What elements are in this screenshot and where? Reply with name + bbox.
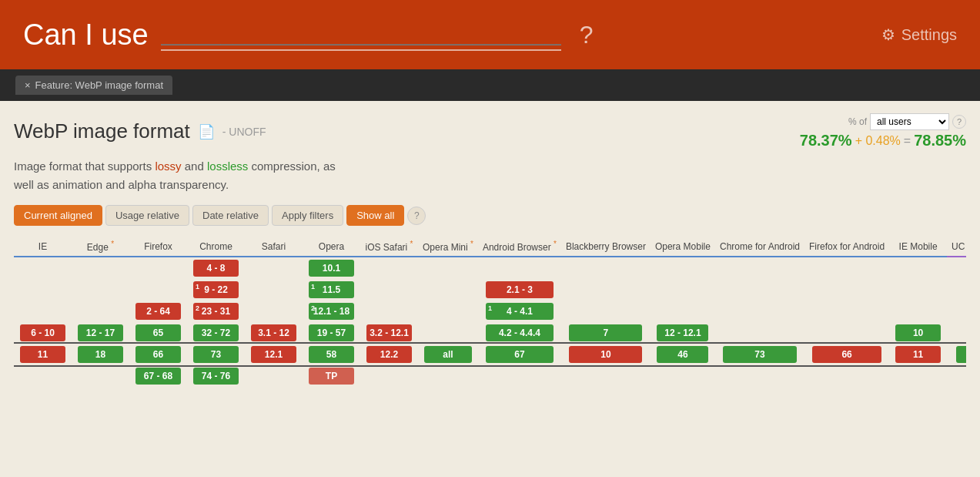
table-cell: 3.2 - 12.1 (360, 322, 418, 344)
table-cell: 11.8 (947, 344, 966, 365)
table-row: 1118667312.15812.2all67104673661111.89.2 (14, 344, 966, 365)
table-cell (651, 365, 715, 387)
header: Can I use ? ⚙ Settings (0, 0, 980, 69)
filter-apply[interactable]: Apply filters (272, 205, 343, 226)
table-cell: 12.2 (360, 344, 418, 365)
table-cell: 3.1 - 12 (245, 322, 303, 344)
table-cell (651, 279, 715, 301)
table-cell: 14 - 4.1 (478, 301, 561, 322)
table-cell (245, 365, 303, 387)
title-row: WebP image format 📄 - UNOFF % of all use… (14, 113, 966, 149)
table-row: 67 - 6874 - 76 TP (14, 365, 966, 387)
percent-of-row: % of all users tracked users my users ? (848, 113, 966, 130)
table-cell (72, 301, 129, 322)
filter-usage-relative[interactable]: Usage relative (105, 205, 189, 226)
table-cell: 12 - 12.1 (651, 322, 715, 344)
table-cell (804, 279, 889, 301)
table-cell: 65 (129, 322, 187, 344)
app-logo: Can I use (23, 18, 149, 52)
desc-lossless: lossless (207, 160, 248, 173)
table-cell: 11 (889, 344, 947, 365)
filter-help-icon[interactable]: ? (407, 207, 426, 225)
usage-green-value: 78.37% (800, 132, 852, 149)
table-cell: 223 - 31 (187, 301, 245, 322)
percent-of-label: % of (848, 116, 867, 127)
compat-tbody: 4 - 8 10.1 19 - 22 111.5 2.1 - 3 2 - 642… (14, 257, 966, 387)
table-cell: 2.1 - 3 (478, 279, 561, 301)
th-opera: Opera (303, 237, 360, 257)
table-cell (245, 279, 303, 301)
table-cell (360, 301, 418, 322)
table-cell: 12 - 17 (72, 322, 129, 344)
table-cell: 4.2 - 4.4.4 (478, 322, 561, 344)
table-row: 6 - 1012 - 176532 - 723.1 - 1219 - 573.2… (14, 322, 966, 344)
table-cell (804, 322, 889, 344)
main-content: WebP image format 📄 - UNOFF % of all use… (0, 101, 980, 399)
th-edge: Edge * (72, 237, 129, 257)
tab-webp[interactable]: × Feature: WebP image format (15, 76, 172, 95)
tab-close-btn[interactable]: × (25, 79, 31, 91)
table-cell: 2 - 64 (129, 301, 187, 322)
gear-icon: ⚙ (881, 25, 895, 44)
table-cell: 111.5 (303, 279, 360, 301)
th-uc-browser: UC Browser for Android (947, 237, 966, 257)
table-cell: all (418, 344, 478, 365)
table-cell (804, 365, 889, 387)
table-cell (561, 279, 651, 301)
table-cell: 10 (561, 344, 651, 365)
table-cell: 18 (72, 344, 129, 365)
settings-button[interactable]: ⚙ Settings (881, 25, 957, 44)
usage-help-icon[interactable]: ? (952, 115, 966, 129)
table-cell (715, 279, 804, 301)
table-cell (715, 301, 804, 322)
table-cell (651, 257, 715, 279)
settings-label: Settings (901, 26, 957, 44)
table-cell (478, 257, 561, 279)
table-cell (418, 365, 478, 387)
table-row: 4 - 8 10.1 (14, 257, 966, 279)
table-cell (129, 279, 187, 301)
table-cell: 66 (804, 344, 889, 365)
compat-table: IE Edge * Firefox Chrome Safari Opera iO… (14, 237, 966, 387)
usage-stats-row: 78.37% + 0.48% = 78.85% (769, 132, 966, 149)
table-cell (889, 257, 947, 279)
table-cell (889, 301, 947, 322)
table-cell (651, 301, 715, 322)
table-cell (947, 257, 966, 279)
search-input[interactable] (161, 18, 561, 51)
table-cell (715, 365, 804, 387)
table-cell: 7 (561, 322, 651, 344)
table-cell: 6 - 10 (14, 322, 72, 344)
table-cell (72, 257, 129, 279)
page-title-group: WebP image format 📄 - UNOFF (14, 119, 266, 143)
th-blackberry: Blackberry Browser (561, 237, 651, 257)
th-firefox: Firefox (129, 237, 187, 257)
table-cell (14, 301, 72, 322)
table-cell (561, 301, 651, 322)
table-cell: 10 (889, 322, 947, 344)
table-cell: 66 (129, 344, 187, 365)
th-chrome: Chrome (187, 237, 245, 257)
usage-plus-value: + 0.48% (855, 134, 901, 148)
user-select[interactable]: all users tracked users my users (870, 113, 949, 130)
table-cell: TP (303, 365, 360, 387)
table-cell (14, 365, 72, 387)
th-ios-safari: iOS Safari * (360, 237, 418, 257)
table-cell (947, 301, 966, 322)
table-cell (129, 257, 187, 279)
usage-total-value: 78.85% (914, 132, 966, 149)
filter-show-all[interactable]: Show all (346, 205, 404, 226)
filter-current-aligned[interactable]: Current aligned (14, 205, 102, 226)
table-cell: 74 - 76 (187, 365, 245, 387)
table-cell (72, 365, 129, 387)
unoff-badge: - UNOFF (222, 126, 266, 138)
filter-date-relative[interactable]: Date relative (192, 205, 269, 226)
table-cell (478, 365, 561, 387)
table-cell (360, 279, 418, 301)
th-opera-mini: Opera Mini * (418, 237, 478, 257)
feature-description: Image format that supports lossy and los… (14, 157, 966, 194)
search-help-icon[interactable]: ? (580, 21, 594, 49)
table-cell: 46 (651, 344, 715, 365)
table-cell: 67 - 68 (129, 365, 187, 387)
table-cell: 212.1 - 18 (303, 301, 360, 322)
